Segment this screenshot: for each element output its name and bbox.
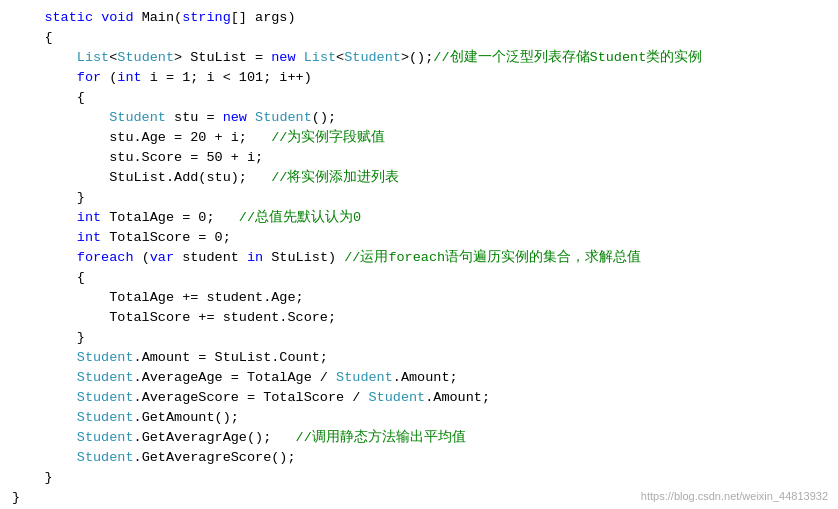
code-line: int TotalScore = 0;: [0, 228, 838, 248]
code-token: .GetAmount();: [134, 408, 239, 428]
code-line: }: [0, 188, 838, 208]
code-line: Student.AverageScore = TotalScore / Stud…: [0, 388, 838, 408]
code-token: //调用静态方法输出平均值: [271, 428, 466, 448]
code-token: [12, 388, 77, 408]
code-token: .Amount;: [425, 388, 490, 408]
code-token: [12, 448, 77, 468]
code-line: }: [0, 468, 838, 488]
code-token: .Amount;: [393, 368, 458, 388]
code-token: foreach: [77, 248, 134, 268]
code-token: TotalScore = 0;: [101, 228, 231, 248]
code-token: <: [336, 48, 344, 68]
code-token: //将实例添加进列表: [247, 168, 400, 188]
code-token: string: [182, 8, 231, 28]
code-token: (: [134, 248, 150, 268]
code-token: [12, 108, 109, 128]
code-token: [] args): [231, 8, 296, 28]
code-token: [12, 368, 77, 388]
code-token: Student: [77, 408, 134, 428]
code-token: (: [101, 68, 117, 88]
code-line: Student.GetAveragreScore();: [0, 448, 838, 468]
code-token: static: [12, 8, 101, 28]
code-line: Student.Amount = StuList.Count;: [0, 348, 838, 368]
code-token: }: [12, 328, 85, 348]
code-token: {: [12, 88, 85, 108]
code-token: TotalAge = 0;: [101, 208, 214, 228]
code-container: static void Main(string[] args) { List<S…: [0, 0, 838, 509]
code-token: StuList): [263, 248, 344, 268]
code-token: }: [12, 468, 53, 488]
code-token: ();: [312, 108, 336, 128]
code-token: > StuList =: [174, 48, 271, 68]
code-token: }: [12, 188, 85, 208]
code-token: TotalScore += student.Score;: [12, 308, 336, 328]
code-area: static void Main(string[] args) { List<S…: [0, 8, 838, 508]
code-token: i = 1; i < 101; i++): [142, 68, 312, 88]
code-token: stu =: [166, 108, 223, 128]
code-token: student: [174, 248, 247, 268]
code-token: new: [271, 48, 295, 68]
code-token: List: [77, 48, 109, 68]
code-line: Student stu = new Student();: [0, 108, 838, 128]
code-token: }: [12, 488, 20, 508]
code-token: Student: [344, 48, 401, 68]
watermark: https://blog.csdn.net/weixin_44813932: [641, 486, 828, 506]
code-token: stu.Score = 50 + i;: [12, 148, 263, 168]
code-token: [12, 68, 77, 88]
code-token: [12, 228, 77, 248]
code-token: //为实例字段赋值: [247, 128, 386, 148]
code-line: TotalScore += student.Score;: [0, 308, 838, 328]
code-token: .GetAveragrAge();: [134, 428, 272, 448]
code-line: static void Main(string[] args): [0, 8, 838, 28]
code-token: //创建一个泛型列表存储Student类的实例: [433, 48, 702, 68]
code-line: Student.GetAmount();: [0, 408, 838, 428]
code-token: //总值先默认认为0: [215, 208, 362, 228]
code-token: int: [77, 208, 101, 228]
code-token: .Amount = StuList.Count;: [134, 348, 328, 368]
code-token: //运用foreach语句遍历实例的集合，求解总值: [344, 248, 641, 268]
code-token: <: [109, 48, 117, 68]
code-token: .AverageScore = TotalScore /: [134, 388, 369, 408]
code-token: [12, 48, 77, 68]
code-token: Student: [77, 428, 134, 448]
code-token: Student: [336, 368, 393, 388]
code-line: TotalAge += student.Age;: [0, 288, 838, 308]
code-token: .GetAveragreScore();: [134, 448, 296, 468]
code-token: >();: [401, 48, 433, 68]
code-line: }: [0, 328, 838, 348]
code-token: [12, 428, 77, 448]
code-line: for (int i = 1; i < 101; i++): [0, 68, 838, 88]
code-token: int: [117, 68, 141, 88]
code-line: {: [0, 28, 838, 48]
code-token: Student: [77, 348, 134, 368]
code-token: stu.Age = 20 + i;: [12, 128, 247, 148]
code-token: List: [304, 48, 336, 68]
code-token: [247, 108, 255, 128]
code-token: .AverageAge = TotalAge /: [134, 368, 337, 388]
code-line: Student.GetAveragrAge(); //调用静态方法输出平均值: [0, 428, 838, 448]
code-token: TotalAge += student.Age;: [12, 288, 304, 308]
code-token: new: [223, 108, 247, 128]
code-token: Student: [117, 48, 174, 68]
code-token: Student: [368, 388, 425, 408]
code-token: void: [101, 8, 133, 28]
code-token: Student: [255, 108, 312, 128]
code-token: Main(: [134, 8, 183, 28]
code-line: stu.Score = 50 + i;: [0, 148, 838, 168]
code-token: Student: [109, 108, 166, 128]
code-token: in: [247, 248, 263, 268]
code-line: foreach (var student in StuList) //运用for…: [0, 248, 838, 268]
code-line: stu.Age = 20 + i; //为实例字段赋值: [0, 128, 838, 148]
code-token: int: [77, 228, 101, 248]
code-token: for: [77, 68, 101, 88]
code-token: [12, 348, 77, 368]
code-token: Student: [77, 388, 134, 408]
code-token: [296, 48, 304, 68]
code-line: Student.AverageAge = TotalAge / Student.…: [0, 368, 838, 388]
code-line: List<Student> StuList = new List<Student…: [0, 48, 838, 68]
code-line: {: [0, 88, 838, 108]
code-token: [12, 248, 77, 268]
code-token: Student: [77, 448, 134, 468]
code-token: [12, 408, 77, 428]
code-line: {: [0, 268, 838, 288]
